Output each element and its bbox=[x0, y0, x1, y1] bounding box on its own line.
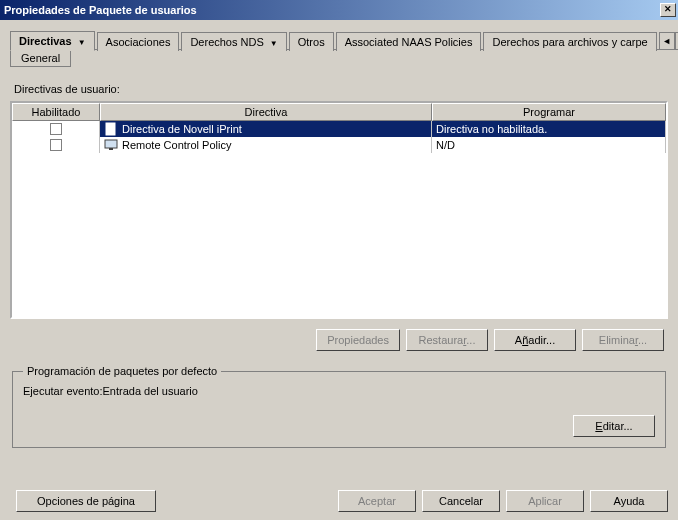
col-header-enabled[interactable]: Habilitado bbox=[12, 103, 100, 121]
tab-directivas-label: Directivas bbox=[19, 35, 72, 47]
svg-rect-0 bbox=[106, 123, 115, 135]
restore-button: Restaurar... bbox=[406, 329, 488, 351]
col-header-schedule[interactable]: Programar bbox=[432, 103, 666, 121]
chevron-down-icon: ▼ bbox=[78, 38, 86, 47]
help-button[interactable]: Ayuda bbox=[590, 490, 668, 512]
tab-archivos-label: Derechos para archivos y carpe bbox=[492, 36, 647, 48]
add-button[interactable]: Añadir... bbox=[494, 329, 576, 351]
tab-asociaciones[interactable]: Asociaciones bbox=[97, 32, 180, 51]
subtab-general[interactable]: General bbox=[10, 50, 71, 67]
run-event-label: Ejecutar evento: bbox=[23, 385, 103, 397]
tab-directivas[interactable]: Directivas ▼ bbox=[10, 31, 95, 51]
directive-cell: Remote Control Policy bbox=[100, 137, 432, 153]
page-options-button[interactable]: Opciones de página bbox=[16, 490, 156, 512]
window-title: Propiedades de Paquete de usuarios bbox=[4, 4, 660, 16]
tab-asociaciones-label: Asociaciones bbox=[106, 36, 171, 48]
doc-icon bbox=[104, 122, 118, 136]
tab-otros[interactable]: Otros bbox=[289, 32, 334, 51]
directive-cell: Directiva de Novell iPrint bbox=[100, 121, 432, 137]
close-icon[interactable]: ✕ bbox=[660, 3, 676, 17]
schedule-cell: N/D bbox=[432, 137, 666, 153]
apply-button: Aplicar bbox=[506, 490, 584, 512]
table-row[interactable]: Directiva de Novell iPrintDirectiva no h… bbox=[12, 121, 666, 137]
cancel-button[interactable]: Cancelar bbox=[422, 490, 500, 512]
svg-rect-4 bbox=[105, 140, 117, 148]
enabled-cell[interactable] bbox=[12, 137, 100, 153]
properties-button: Propiedades bbox=[316, 329, 400, 351]
subtab-general-label: General bbox=[21, 52, 60, 64]
directives-grid: Habilitado Directiva Programar Directiva… bbox=[10, 101, 668, 319]
chevron-down-icon: ▼ bbox=[270, 39, 278, 48]
schedule-cell: Directiva no habilitada. bbox=[432, 121, 666, 137]
col-header-directive[interactable]: Directiva bbox=[100, 103, 432, 121]
table-row[interactable]: Remote Control PolicyN/D bbox=[12, 137, 666, 153]
tab-derechos-nds-label: Derechos NDS bbox=[190, 36, 263, 48]
section-user-directives: Directivas de usuario: bbox=[14, 83, 668, 95]
tab-scroll-left[interactable]: ◄ bbox=[659, 32, 675, 50]
delete-button: Eliminar... bbox=[582, 329, 664, 351]
svg-rect-5 bbox=[109, 148, 113, 150]
titlebar: Propiedades de Paquete de usuarios ✕ bbox=[0, 0, 678, 20]
tab-otros-label: Otros bbox=[298, 36, 325, 48]
directive-label: Remote Control Policy bbox=[122, 138, 231, 152]
run-event-value: Entrada del usuario bbox=[103, 385, 198, 397]
edit-schedule-button[interactable]: Editar... bbox=[573, 415, 655, 437]
ok-button: Aceptar bbox=[338, 490, 416, 512]
tab-derechos-nds[interactable]: Derechos NDS ▼ bbox=[181, 32, 286, 51]
default-schedule-group: Programación de paquetes por defecto Eje… bbox=[12, 365, 666, 448]
checkbox-icon[interactable] bbox=[50, 123, 62, 135]
tab-naas[interactable]: Associated NAAS Policies bbox=[336, 32, 482, 51]
default-schedule-legend: Programación de paquetes por defecto bbox=[23, 365, 221, 377]
tab-naas-label: Associated NAAS Policies bbox=[345, 36, 473, 48]
tab-archivos[interactable]: Derechos para archivos y carpe bbox=[483, 32, 656, 51]
monitor-icon bbox=[104, 138, 118, 152]
checkbox-icon[interactable] bbox=[50, 139, 62, 151]
enabled-cell[interactable] bbox=[12, 121, 100, 137]
tab-strip: Directivas ▼ Asociaciones Derechos NDS ▼… bbox=[10, 30, 668, 50]
directive-label: Directiva de Novell iPrint bbox=[122, 122, 242, 136]
